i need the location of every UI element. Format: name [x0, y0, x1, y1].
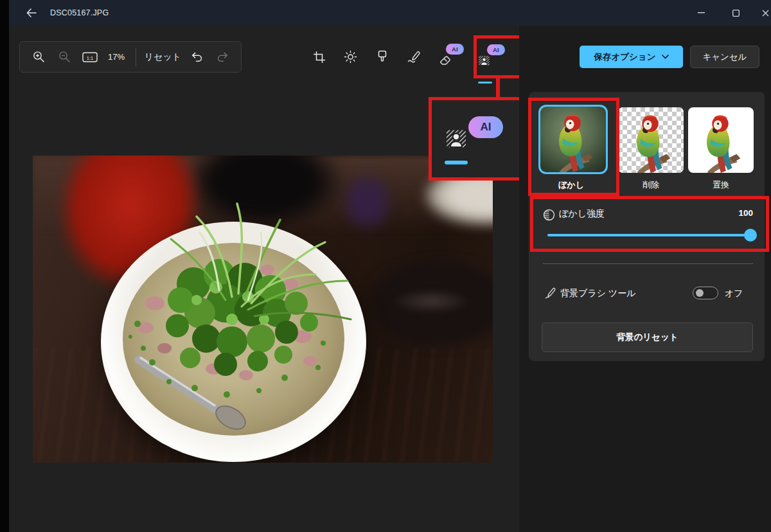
option-blur-label: ぼかし [536, 179, 606, 191]
window-title: DSC05167.JPG [50, 0, 109, 26]
titlebar: DSC05167.JPG [9, 0, 771, 26]
save-options-label: 保存オプション [594, 51, 655, 63]
screen-left-edge [0, 0, 9, 532]
chevron-down-icon [662, 55, 669, 59]
crop-tool-button[interactable] [303, 41, 335, 73]
maximize-button[interactable] [721, 0, 750, 26]
cancel-button[interactable]: キャンセル [690, 46, 759, 68]
option-remove-thumbnail[interactable] [618, 107, 684, 173]
ai-badge: AI [487, 44, 505, 55]
option-replace-label: 置換 [686, 179, 756, 191]
editor-canvas-region: 1:1 17% リセット [9, 26, 519, 532]
redo-icon [217, 51, 229, 63]
markup-pen-icon [407, 50, 421, 64]
parrot-image [542, 111, 605, 173]
crop-icon [313, 51, 326, 64]
svg-text:1:1: 1:1 [87, 55, 93, 60]
background-options-panel: ぼかし 削除 置換 ぼかし強度 100 背景ブラ [529, 92, 765, 361]
background-brush-state: オフ [725, 288, 743, 299]
panel-divider [543, 263, 753, 264]
zoom-level-value: 17% [103, 46, 129, 69]
photo-herbs-and-spoon [33, 155, 493, 463]
filter-tool-button[interactable] [366, 41, 398, 73]
markup-tool-button[interactable] [398, 41, 429, 73]
brightness-icon [344, 50, 357, 64]
option-remove-label: 削除 [616, 179, 686, 191]
parrot-image [619, 111, 682, 173]
view-toolbar: 1:1 17% リセット [19, 41, 242, 73]
erase-icon [438, 53, 452, 67]
photos-app-window: DSC05167.JPG [0, 0, 771, 532]
background-icon [477, 54, 491, 67]
save-options-button[interactable]: 保存オプション [580, 46, 683, 68]
back-button[interactable] [21, 4, 42, 21]
toolbar-divider [136, 48, 136, 66]
adjust-tool-button[interactable] [335, 41, 366, 73]
zoom-in-icon [33, 51, 45, 63]
background-brush-section: 背景ブラシ ツール オフ [529, 282, 765, 305]
background-brush-toggle[interactable] [693, 287, 718, 299]
filter-icon [376, 50, 389, 64]
erase-tool-button[interactable]: AI [429, 41, 469, 73]
photo-canvas[interactable] [33, 155, 493, 463]
zoom-out-icon [58, 51, 71, 63]
redo-button[interactable] [210, 46, 235, 69]
zoom-in-button[interactable] [26, 46, 51, 69]
annotation-connector-line [496, 78, 500, 98]
option-blur-thumbnail[interactable] [538, 105, 608, 174]
right-region: 保存オプション キャンセル ぼかし 削除 置換 [519, 26, 771, 532]
option-replace-thumbnail[interactable] [688, 107, 754, 173]
blur-intensity-icon [543, 209, 555, 221]
actual-size-icon: 1:1 [82, 51, 98, 63]
actual-size-button[interactable]: 1:1 [78, 46, 102, 69]
minimize-button[interactable] [686, 0, 716, 26]
blur-intensity-slider[interactable] [547, 234, 750, 236]
edit-toolbar: AI AI [303, 41, 509, 80]
background-icon-large [444, 127, 468, 151]
blur-intensity-section: ぼかし強度 100 [529, 201, 765, 253]
ai-badge: AI [446, 44, 464, 55]
close-button[interactable] [750, 0, 771, 26]
undo-button[interactable] [184, 46, 209, 69]
blur-intensity-value: 100 [738, 208, 753, 218]
back-arrow-icon [26, 8, 37, 17]
reset-view-button[interactable]: リセット [143, 46, 183, 69]
brush-icon [544, 287, 556, 299]
parrot-image [689, 111, 752, 173]
slider-thumb[interactable] [744, 229, 757, 242]
zoom-out-button[interactable] [52, 46, 76, 69]
selected-tool-indicator [478, 82, 492, 84]
background-brush-label: 背景ブラシ ツール [560, 288, 636, 299]
toggle-knob [696, 289, 704, 297]
undo-icon [191, 51, 203, 63]
ai-badge-large: AI [468, 116, 503, 138]
background-tool-button[interactable]: AI [469, 41, 509, 73]
reset-background-button[interactable]: 背景のリセット [542, 323, 753, 352]
blur-intensity-label: ぼかし強度 [559, 208, 605, 220]
